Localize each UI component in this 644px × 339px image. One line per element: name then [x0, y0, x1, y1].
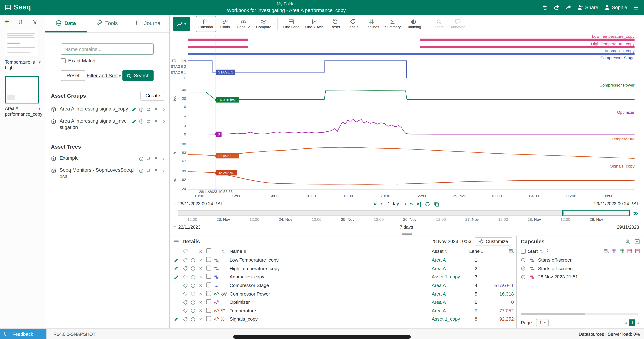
info-icon[interactable] — [189, 266, 196, 271]
chevron-right-icon[interactable] — [161, 168, 166, 173]
capsules-scrollbar[interactable] — [521, 313, 638, 315]
page-select[interactable]: 1 ▾ — [536, 319, 549, 326]
item-name[interactable]: Compressor Power — [230, 291, 432, 296]
overview-timebar[interactable] — [178, 210, 630, 216]
value-column-icon[interactable] — [483, 249, 514, 254]
range-down-arrow-icon[interactable]: ↓ — [174, 201, 176, 207]
tab-tools[interactable]: Tools — [86, 15, 128, 32]
capsule-stats-icon-pink[interactable] — [627, 249, 632, 254]
worksheet-thumbnail-2[interactable] — [5, 76, 39, 103]
lane-column-header[interactable]: Lane▴ — [469, 249, 484, 254]
row-checkbox[interactable] — [204, 257, 212, 263]
tag-icon[interactable] — [181, 317, 190, 322]
toolbar-button-one-y-axis[interactable]: One Y-Axis — [303, 16, 326, 32]
swap-asset-icon[interactable] — [146, 168, 151, 173]
user-menu[interactable]: Sophie — [604, 4, 627, 10]
tag-icon[interactable] — [181, 274, 190, 280]
tag-icon[interactable] — [181, 283, 190, 288]
row-checkbox[interactable] — [204, 283, 212, 288]
details-row[interactable]: ×High Temperature_copyArea A2 — [170, 264, 516, 273]
details-row[interactable]: ×Low Temperature_copyArea A1 — [170, 256, 516, 264]
hamburger-menu-icon[interactable] — [633, 4, 639, 10]
toolbar-button-labels[interactable]: Labels — [344, 16, 361, 32]
asset-link[interactable]: Area A — [432, 291, 469, 296]
row-checkbox[interactable] — [204, 316, 212, 322]
forward-share-icon[interactable] — [566, 4, 572, 10]
item-name[interactable]: High Temperature_copy — [230, 266, 432, 271]
row-checkbox[interactable] — [204, 308, 212, 314]
pin-icon[interactable] — [154, 119, 159, 124]
edit-icon[interactable] — [171, 317, 181, 322]
details-row[interactable]: ×OptimizerArea A60 — [170, 298, 516, 307]
edit-icon[interactable] — [171, 274, 181, 280]
info-icon[interactable] — [189, 300, 196, 305]
range-duration-label[interactable]: 1 day — [388, 201, 399, 206]
datasources-label[interactable]: Datasources — [579, 332, 604, 337]
remove-icon[interactable]: × — [197, 291, 205, 297]
toolbar-button-capsule[interactable]: Capsule — [234, 16, 253, 32]
tag-icon[interactable] — [181, 308, 190, 314]
asset-name[interactable]: Area A interesting signals_copy — [60, 106, 129, 112]
remove-icon[interactable]: × — [197, 283, 205, 288]
select-all-checkbox[interactable] — [204, 248, 212, 254]
view-selector-button[interactable]: ▾ — [173, 17, 190, 31]
item-name[interactable]: Anomalies_copy — [230, 275, 432, 280]
toolbar-button-one-lane[interactable]: One Lane — [281, 16, 302, 32]
tab-data[interactable]: Data — [45, 15, 86, 32]
info-icon[interactable] — [189, 308, 196, 314]
asset-link[interactable]: Area A — [432, 300, 469, 305]
filter-and-sort-link[interactable]: Filter and Sort ▾ — [87, 73, 121, 78]
pin-icon[interactable] — [154, 156, 159, 161]
edit-icon[interactable] — [171, 257, 181, 263]
asset-name[interactable]: Area A interesting signals_investigation — [60, 118, 129, 131]
chevron-right-icon[interactable] — [161, 106, 166, 112]
share-button[interactable]: Share — [577, 4, 598, 10]
sort-icon[interactable]: ⇅ — [540, 249, 543, 253]
asset-link[interactable]: Area A — [432, 283, 469, 288]
zoom-capsule-icon[interactable] — [625, 239, 630, 244]
capsule-stats-icon-green[interactable] — [619, 249, 624, 254]
details-row[interactable]: ×kWCompressor PowerArea A516.318 — [170, 290, 516, 298]
toolbar-button-summary[interactable]: Summary — [382, 16, 403, 32]
seeq-logo[interactable]: Seeq — [5, 3, 31, 11]
server-status[interactable]: Datasources | Server load: 0% — [579, 332, 640, 337]
info-icon[interactable] — [189, 257, 196, 263]
column-menu-icon[interactable]: ⋮ — [545, 248, 550, 254]
asset-link[interactable]: Asset 1_copy — [432, 275, 469, 280]
reorder-worksheets-icon[interactable] — [18, 18, 24, 24]
duplicate-range-icon[interactable] — [434, 200, 439, 207]
tag-icon[interactable] — [181, 291, 190, 297]
pin-icon[interactable] — [154, 168, 159, 173]
asset-name[interactable]: Seeq Monitors - SophLovesSeeq.local — [60, 167, 136, 180]
swap-asset-icon[interactable] — [146, 119, 151, 124]
overview-selection[interactable] — [562, 210, 630, 216]
chevron-right-icon[interactable] — [161, 156, 166, 161]
edit-icon[interactable] — [132, 106, 136, 112]
panel-resize-handle[interactable] — [402, 233, 412, 235]
info-icon[interactable] — [189, 274, 196, 280]
start-column-header[interactable]: Start — [528, 249, 538, 254]
select-all-capsules-checkbox[interactable] — [521, 249, 526, 254]
asset-list-item[interactable]: Area A interesting signals_copy — [45, 103, 169, 115]
filter-worksheets-icon[interactable] — [32, 18, 38, 24]
info-icon[interactable] — [139, 119, 144, 124]
expand-range-icon[interactable]: ≫ — [633, 211, 638, 216]
tag-icon[interactable] — [181, 300, 190, 305]
checkbox-icon[interactable] — [61, 58, 66, 63]
capsule-row[interactable]: Starts off-screen — [517, 264, 644, 273]
remove-icon[interactable]: × — [197, 300, 205, 305]
row-checkbox[interactable] — [204, 266, 212, 271]
details-row[interactable]: ×Anomalies_copyAsset 1_copy3 — [170, 273, 516, 281]
overview-start-label[interactable]: 22/11/2023 — [178, 225, 200, 230]
capsule-table-settings-icon[interactable] — [604, 249, 609, 254]
tag-icon[interactable] — [181, 257, 190, 263]
reset-button[interactable]: Reset — [61, 70, 85, 81]
remove-icon[interactable]: × — [197, 257, 205, 263]
toolbar-button-gridlines[interactable]: Gridlines — [362, 16, 382, 32]
undo-icon[interactable] — [542, 4, 548, 10]
item-name[interactable]: Signals_copy — [230, 317, 432, 322]
asset-link[interactable]: Area A — [432, 308, 469, 313]
capsule-row[interactable]: Starts off-screen — [517, 256, 644, 264]
details-row[interactable]: ×°FTemperatureArea A777.052 — [170, 307, 516, 315]
asset-column-header[interactable]: Asset⇅ — [432, 249, 469, 254]
